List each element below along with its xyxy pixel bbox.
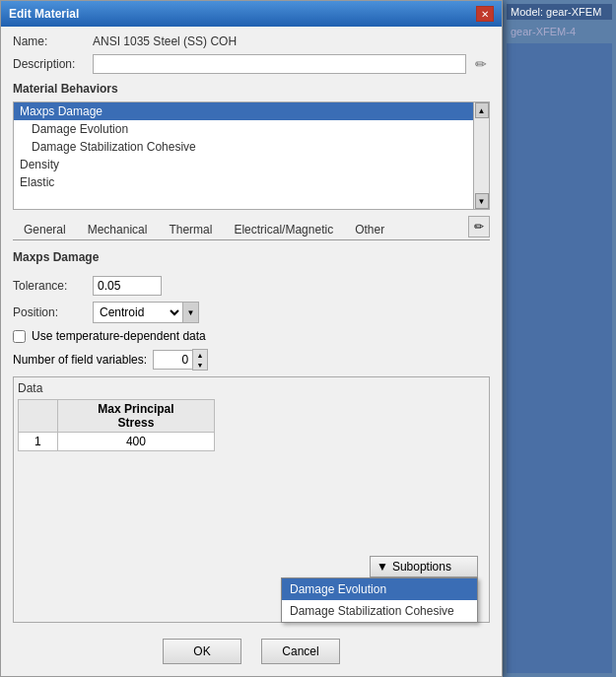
suboptions-label: Suboptions [392,560,451,574]
dialog-body: Name: ANSI 1035 Steel (SS) COH Descripti… [1,27,502,631]
spinner-controls: ▲ ▼ [192,349,208,371]
title-bar-buttons: ✕ [476,6,494,22]
edit-material-dialog: Edit Material ✕ Name: ANSI 1035 Steel (S… [0,0,503,677]
tolerance-label: Tolerance: [13,279,87,293]
data-label: Data [18,381,485,395]
field-vars-label: Number of field variables: [13,353,147,367]
model-variant: gear-XFEM-4 [507,24,612,39]
close-button[interactable]: ✕ [476,6,494,22]
bottom-buttons: OK Cancel [1,631,502,676]
spinner-up-button[interactable]: ▲ [193,350,207,360]
behavior-item[interactable]: Maxps Damage [14,102,473,120]
behavior-item[interactable]: Density [14,156,473,173]
behavior-item[interactable]: Damage Stabilization Cohesive [14,138,473,156]
title-bar: Edit Material ✕ [1,1,502,27]
position-label: Position: [13,305,87,319]
scrollbar-up-button[interactable]: ▲ [475,102,489,118]
right-panel: Model: gear-XFEM gear-XFEM-4 [503,0,616,677]
right-panel-content [507,43,612,673]
dialog-title: Edit Material [9,7,79,21]
tolerance-row: Tolerance: [13,276,490,296]
table-header-row-num [19,400,58,433]
tab-other[interactable]: Other [344,219,395,240]
suboptions-area: ▼ Suboptions Damage Evolution Damage Sta… [370,556,478,577]
select-arrow-icon[interactable]: ▼ [182,303,198,322]
right-panel-header: Model: gear-XFEM [507,4,612,20]
description-edit-icon[interactable]: ✏ [472,55,490,73]
material-behaviors-label: Material Behaviors [13,82,490,96]
model-name: gear-XFEM [546,6,601,18]
position-row: Position: Centroid Integration Points ▼ [13,302,199,323]
name-value: ANSI 1035 Steel (SS) COH [93,34,237,48]
position-select-control[interactable]: Centroid Integration Points ▼ [93,302,199,323]
tab-thermal[interactable]: Thermal [158,219,223,240]
table-cell-row-num: 1 [19,433,58,451]
spinner-wrapper: ▲ ▼ [153,349,208,371]
checkbox-row: Use temperature-dependent data [13,329,490,343]
suboptions-dropdown: Damage Evolution Damage Stabilization Co… [281,577,478,623]
tolerance-input[interactable] [93,276,162,296]
table-header-stress: Max Principal Stress [57,400,214,433]
table-row: 1 400 [19,433,215,451]
suboptions-item-damage-stabilization[interactable]: Damage Stabilization Cohesive [282,600,477,622]
temp-dependent-checkbox[interactable] [13,330,26,343]
temp-dependent-label: Use temperature-dependent data [32,329,206,343]
field-vars-input[interactable] [153,350,192,370]
data-table: Max Principal Stress 1 400 [18,399,215,451]
suboptions-arrow-icon: ▼ [376,560,388,574]
name-label: Name: [13,34,87,48]
scrollbar-down-button[interactable]: ▼ [475,193,489,209]
behaviors-list[interactable]: Maxps Damage Damage Evolution Damage Sta… [13,102,490,210]
tabs-wrapper: General Mechanical Thermal Electrical/Ma… [13,216,490,240]
table-cell-value[interactable]: 400 [57,433,214,451]
scrollbar-track [475,118,489,193]
description-input[interactable] [93,54,466,74]
description-label: Description: [13,57,87,71]
spinner-down-button[interactable]: ▼ [193,360,207,370]
suboptions-item-damage-evolution[interactable]: Damage Evolution [282,578,477,600]
ok-button[interactable]: OK [163,639,241,664]
suboptions-button[interactable]: ▼ Suboptions [370,556,478,577]
model-label: Model: [511,6,543,18]
description-row: Description: ✏ [13,54,490,74]
tab-mechanical[interactable]: Mechanical [77,219,159,240]
tab-general[interactable]: General [13,219,77,240]
position-select[interactable]: Centroid Integration Points [94,303,182,322]
behavior-item[interactable]: Elastic [14,173,473,191]
section-title: Maxps Damage [13,250,490,264]
behavior-item[interactable]: Damage Evolution [14,120,473,138]
field-variables-row: Number of field variables: ▲ ▼ [13,349,490,371]
tab-edit-icon[interactable]: ✏ [468,216,490,237]
cancel-button[interactable]: Cancel [261,639,340,664]
name-row: Name: ANSI 1035 Steel (SS) COH [13,34,490,48]
behaviors-scrollbar: ▲ ▼ [473,102,489,209]
tab-electrical-magnetic[interactable]: Electrical/Magnetic [223,219,344,240]
